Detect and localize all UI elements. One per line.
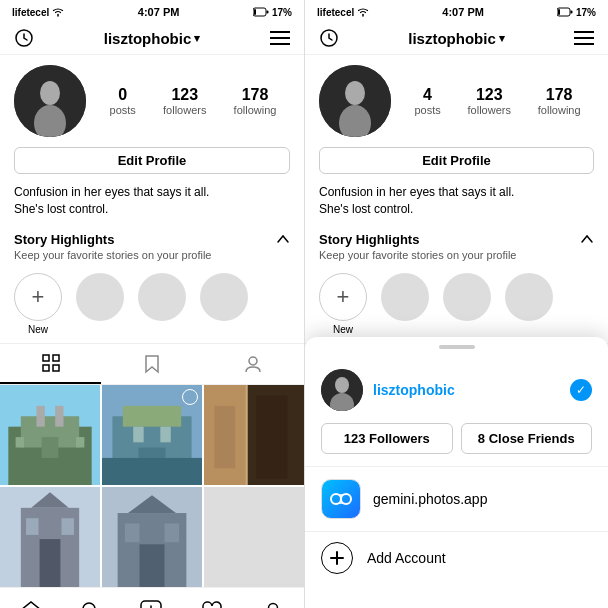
right-highlight-3: [505, 273, 553, 321]
account-check-icon: ✓: [570, 379, 592, 401]
right-highlight-1: [381, 273, 429, 321]
overlay-app-row[interactable]: gemini.photos.app: [305, 467, 608, 531]
right-menu-button[interactable]: [574, 31, 594, 45]
close-friends-button[interactable]: 8 Close Friends: [461, 423, 593, 454]
right-edit-profile-button[interactable]: Edit Profile: [319, 147, 594, 174]
right-status-left: lifetecel: [317, 7, 369, 18]
right-hamburger-icon: [574, 31, 594, 45]
right-back-button[interactable]: [319, 28, 339, 48]
left-photo-grid: [0, 385, 304, 587]
bookmark-icon: [144, 354, 160, 374]
overlay-account-row[interactable]: lisztophobic ✓: [305, 361, 608, 423]
left-status-right: 17%: [253, 7, 292, 18]
svg-rect-34: [256, 395, 287, 478]
left-photo-6[interactable]: [204, 487, 304, 587]
battery-icon: [253, 7, 269, 17]
right-nav-bar: lisztophobic ▾: [305, 22, 608, 55]
svg-rect-27: [160, 426, 170, 442]
left-photo-5[interactable]: [102, 487, 202, 587]
chevron-up-icon: [276, 232, 290, 246]
new-highlight-button[interactable]: +: [14, 273, 62, 321]
left-edit-profile-button[interactable]: Edit Profile: [14, 147, 290, 174]
overlay-drag-handle: [439, 345, 475, 349]
person-tag-icon: [244, 355, 262, 373]
left-menu-button[interactable]: [270, 31, 290, 45]
avatar-image: [14, 65, 86, 137]
left-highlight-new[interactable]: + New: [14, 273, 62, 335]
bottom-nav-search[interactable]: [73, 597, 109, 608]
left-bottom-nav: [0, 587, 304, 608]
left-phone-panel: lifetecel 4:07 PM 17% lisztoph: [0, 0, 304, 608]
heart-icon: [201, 601, 223, 608]
right-new-highlight-button[interactable]: +: [319, 273, 367, 321]
left-nav-title[interactable]: lisztophobic ▾: [104, 30, 201, 47]
account-switcher-overlay: lisztophobic ✓ 123 Followers 8 Close Fri…: [305, 337, 608, 608]
svg-rect-44: [165, 523, 180, 542]
svg-rect-38: [26, 518, 39, 535]
left-tab-grid[interactable]: [0, 344, 101, 384]
search-icon: [81, 601, 101, 608]
left-back-button[interactable]: [14, 28, 34, 48]
profile-icon: [262, 600, 284, 608]
left-battery: 17%: [272, 7, 292, 18]
svg-rect-53: [570, 11, 572, 14]
right-stats-row: 4 posts 123 followers 178 following: [401, 86, 594, 116]
left-nav-bar: lisztophobic ▾: [0, 22, 304, 55]
left-highlights-row: + New: [0, 267, 304, 343]
add-account-circle: [321, 542, 353, 574]
left-tab-bookmark[interactable]: [101, 344, 202, 384]
bottom-nav-heart[interactable]: [193, 597, 231, 608]
svg-rect-52: [558, 9, 560, 15]
right-chevron-up-icon: [580, 232, 594, 246]
svg-point-67: [335, 377, 349, 393]
right-battery: 17%: [576, 7, 596, 18]
svg-rect-25: [123, 405, 181, 426]
home-icon: [20, 601, 42, 608]
right-stat-following: 178 following: [538, 86, 581, 116]
left-photo-3[interactable]: [204, 385, 304, 485]
svg-point-14: [249, 357, 257, 365]
left-stat-following: 178 following: [234, 86, 277, 116]
right-status-bar: lifetecel 4:07 PM 17%: [305, 0, 608, 22]
overlay-avatar: [321, 369, 363, 411]
left-bio: Confusion in her eyes that says it all. …: [0, 180, 304, 226]
left-stats-row: 0 posts 123 followers 178 following: [96, 86, 290, 116]
right-highlights-header: Story Highlights: [305, 226, 608, 249]
svg-rect-37: [40, 539, 61, 587]
left-carrier: lifetecel: [12, 7, 49, 18]
right-status-right: 17%: [557, 7, 596, 18]
left-photo-4[interactable]: [0, 487, 100, 587]
right-nav-title[interactable]: lisztophobic ▾: [408, 30, 505, 47]
bottom-nav-profile[interactable]: [254, 596, 292, 608]
svg-point-45: [83, 603, 95, 608]
left-photo-1[interactable]: [0, 385, 100, 485]
left-avatar: [14, 65, 86, 137]
right-time: 4:07 PM: [442, 6, 484, 18]
right-carrier: lifetecel: [317, 7, 354, 18]
svg-rect-12: [43, 365, 49, 371]
followers-button[interactable]: 123 Followers: [321, 423, 453, 454]
left-tab-person[interactable]: [203, 344, 304, 384]
bottom-nav-home[interactable]: [12, 597, 50, 608]
svg-rect-10: [43, 355, 49, 361]
right-highlight-new[interactable]: + New: [319, 273, 367, 335]
hamburger-icon: [270, 31, 290, 45]
right-bio: Confusion in her eyes that says it all. …: [305, 180, 608, 226]
svg-rect-43: [125, 523, 140, 542]
overlay-add-account-row[interactable]: Add Account: [305, 532, 608, 584]
right-avatar-image: [319, 65, 391, 137]
right-profile-header: 4 posts 123 followers 178 following: [305, 55, 608, 143]
svg-point-59: [345, 81, 365, 105]
grid-icon: [42, 354, 60, 372]
svg-rect-2: [266, 11, 268, 14]
left-profile-header: 0 posts 123 followers 178 following: [0, 55, 304, 143]
bottom-nav-plus[interactable]: [132, 596, 170, 608]
left-photo-2[interactable]: [102, 385, 202, 485]
left-content-tabs: [0, 343, 304, 385]
clock-icon: [14, 28, 34, 48]
left-highlights-header: Story Highlights: [0, 226, 304, 249]
svg-rect-20: [16, 437, 24, 447]
svg-rect-26: [133, 426, 143, 442]
left-highlight-3: [200, 273, 248, 321]
left-stat-followers: 123 followers: [163, 86, 206, 116]
